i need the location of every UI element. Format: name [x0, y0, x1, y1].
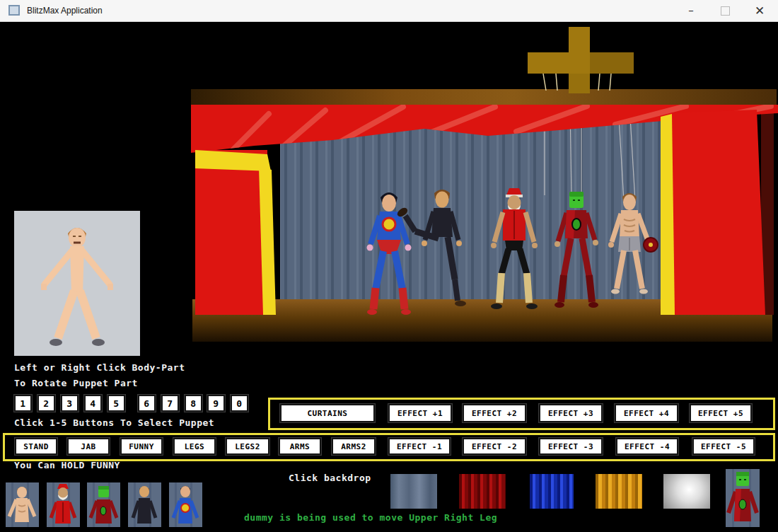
effect-plus2-button[interactable]: EFFECT +2: [463, 404, 526, 422]
key-button-6[interactable]: 6: [138, 395, 156, 412]
effect-plus4-button[interactable]: EFFECT +4: [615, 404, 678, 422]
puppet-button-5[interactable]: 5: [108, 395, 125, 412]
backdrop-swatch-steel[interactable]: [390, 474, 437, 509]
stand-button[interactable]: STAND: [15, 438, 57, 455]
app-icon: [8, 5, 20, 16]
effect-minus2-button[interactable]: EFFECT -2: [463, 438, 526, 455]
instruction-line2: To Rotate Puppet Part: [14, 378, 138, 388]
key-button-8[interactable]: 8: [185, 395, 202, 412]
backdrop-swatch-red-curtain[interactable]: [459, 474, 506, 509]
stage-top-bar: [191, 89, 777, 105]
hold-hint: You Can HOLD FUNNY: [14, 460, 120, 470]
maximize-icon: [721, 6, 730, 16]
thumbnail-dummy-zombie[interactable]: [6, 482, 39, 527]
thumbnail-santa[interactable]: [47, 482, 80, 527]
puppet-preview-box: [14, 211, 140, 356]
stage-scene: [191, 18, 778, 345]
thumbnail-green-hero[interactable]: [87, 482, 120, 527]
thumbnail-suit-man[interactable]: [128, 482, 161, 527]
selected-puppet-thumbnail: [726, 469, 760, 527]
effect-plus5-button[interactable]: EFFECT +5: [690, 404, 752, 422]
stage-curtain-right: [661, 110, 765, 315]
backdrop-swatch-spotlight[interactable]: [663, 474, 710, 509]
thumbnail-superman[interactable]: [169, 482, 202, 527]
window-title: BlitzMax Application: [27, 6, 103, 16]
puppet-button-1[interactable]: 1: [14, 395, 32, 412]
effect-plus3-button[interactable]: EFFECT +3: [539, 404, 603, 422]
minimize-icon: –: [688, 4, 694, 17]
instruction-line1: Left or Right Click Body-Part: [14, 362, 185, 373]
backdrop-hint: Click backdrop: [289, 473, 371, 483]
key-button-0[interactable]: 0: [231, 395, 248, 412]
effect-minus1-button[interactable]: EFFECT -1: [388, 438, 451, 455]
marionette-cross: [528, 27, 634, 93]
effect-minus4-button[interactable]: EFFECT -4: [616, 438, 678, 455]
effect-minus5-button[interactable]: EFFECT -5: [692, 438, 755, 455]
arms-button[interactable]: ARMS: [279, 438, 321, 455]
stage-curtain-left: [195, 150, 276, 315]
backdrop-swatch-blue-curtain[interactable]: [530, 474, 574, 509]
funny-button[interactable]: FUNNY: [120, 438, 163, 455]
puppet-button-2[interactable]: 2: [37, 395, 55, 412]
puppet-button-3[interactable]: 3: [61, 395, 79, 412]
legs2-button[interactable]: LEGS2: [226, 438, 269, 455]
legs-button[interactable]: LEGS: [173, 438, 216, 455]
close-icon: ✕: [755, 4, 765, 18]
effect-minus3-button[interactable]: EFFECT -3: [539, 438, 603, 455]
key-button-9[interactable]: 9: [207, 395, 225, 412]
arms2-button[interactable]: ARMS2: [332, 438, 376, 455]
preview-puppet-dummy[interactable]: [14, 211, 140, 356]
backdrop-swatch-gold-curtain[interactable]: [596, 474, 642, 509]
effect-plus1-button[interactable]: EFFECT +1: [388, 404, 452, 422]
key-button-7[interactable]: 7: [161, 395, 179, 412]
select-hint: Click 1-5 Buttons To Select Puppet: [14, 417, 214, 428]
jab-button[interactable]: JAB: [67, 438, 110, 455]
puppet-button-4[interactable]: 4: [84, 395, 102, 412]
curtains-button[interactable]: CURTAINS: [280, 404, 375, 422]
status-message: dummy is being used to move Upper Right …: [244, 512, 497, 523]
app-window: BlitzMax Application – ✕: [0, 0, 778, 532]
